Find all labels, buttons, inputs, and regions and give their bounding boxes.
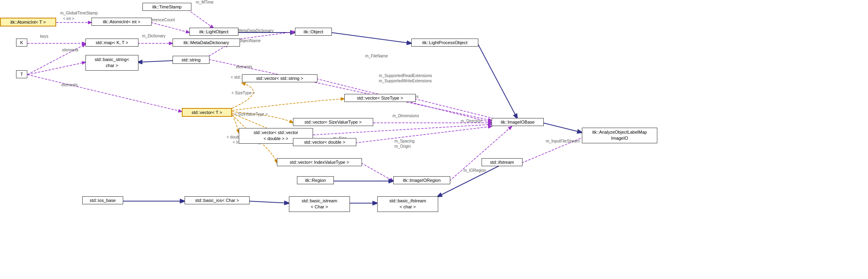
svg-line-7 (138, 61, 173, 62)
svg-line-27 (27, 62, 85, 75)
svg-text:m_Origin: m_Origin (394, 144, 411, 149)
node-label: std::vector< std::string > (256, 76, 303, 81)
svg-text:m_IORegion: m_IORegion (463, 168, 486, 173)
node-atomicint-int: itk::AtomicInt< int > (91, 18, 152, 26)
node-label: std::basic_string<char > (95, 57, 129, 68)
node-label: std::basic_ios< Char > (195, 198, 239, 203)
node-timestamp: itk::TimeStamp (142, 3, 191, 11)
node-label: itk::ImageIORegion (403, 178, 441, 183)
node-stdbasicifstream: std::basic_ifstream< char > (377, 196, 438, 212)
svg-text:m_InputFileStream: m_InputFileStream (546, 139, 579, 143)
svg-line-17 (361, 163, 393, 181)
svg-text:< SizeType >: < SizeType > (232, 91, 255, 95)
node-k: K (16, 39, 27, 47)
node-label: itk::AnalyzeObjectLabelMapImageIO (592, 130, 647, 141)
svg-text:elements: elements (62, 48, 79, 52)
svg-line-28 (27, 44, 85, 75)
node-label: itk::Object (304, 29, 323, 34)
node-label: itk::AtomicInt< int > (103, 19, 140, 24)
svg-text:m_Dictionary: m_Dictionary (142, 34, 165, 38)
node-stdvectorsizevaluetype: std::vector< SizeValueType > (293, 118, 373, 126)
node-label: std::vector< SizeValueType > (305, 120, 362, 124)
node-itkregion: itk::Region (297, 176, 334, 184)
node-stdvectorindexvaluetype: std::vector< IndexValueType > (277, 158, 362, 166)
svg-text:m_Direction: m_Direction (461, 119, 482, 123)
node-stdifstream: std::ifstream (482, 158, 522, 166)
node-stdvectordouble: std::vector< double > (293, 138, 356, 146)
svg-line-15 (355, 126, 492, 143)
svg-text:m_FileName: m_FileName (365, 54, 388, 58)
node-label: std::ios_base (90, 198, 116, 203)
svg-text:< int >: < int > (63, 16, 74, 21)
node-label: std::vector< SizeType > (357, 96, 403, 100)
svg-line-20 (209, 59, 492, 120)
svg-text:elements: elements (236, 65, 252, 69)
node-stdbasicios: std::basic_ios< Char > (185, 196, 250, 204)
node-itkimageiobase: itk::ImageIOBase (492, 118, 544, 126)
svg-line-19 (449, 126, 512, 181)
node-label: itk::AtomicInt< T > (10, 20, 46, 24)
node-stdmap: std::map< K, T > (85, 39, 138, 47)
node-stdbasicistream: std::basic_istream< Char > (289, 196, 350, 212)
svg-text:m_MTime: m_MTime (196, 0, 214, 4)
node-label: std::basic_ifstream< char > (389, 198, 426, 209)
node-atomicint-t: itk::AtomicInt< T > (0, 18, 56, 26)
node-object: itk::Object (295, 28, 332, 36)
svg-text:m_GlobalTimeStamp: m_GlobalTimeStamp (60, 11, 98, 15)
node-label: K (20, 40, 23, 45)
svg-text:elements: elements (61, 83, 78, 87)
svg-text:< SizeValueType >: < SizeValueType > (234, 112, 268, 116)
node-metadatadict: itk::MetaDataDictionary (173, 39, 240, 47)
svg-line-10 (478, 43, 517, 118)
node-stdvectorsizetype: std::vector< SizeType > (344, 94, 416, 102)
svg-text:keys: keys (40, 34, 49, 39)
node-lightprocessobject: itk::LightProcessObject (411, 39, 478, 47)
node-stdbasicstring: std::basic_string<char > (85, 55, 138, 71)
node-t: T (16, 70, 27, 78)
node-label: itk::LightObject (199, 29, 229, 34)
diagram-container: m_GlobalTimeStamp < int > m_MTime m_Refe… (0, 0, 868, 279)
svg-text:m_MetaDataDictionary_: m_MetaDataDictionary_ (233, 29, 276, 33)
node-label: std::vector< T > (191, 110, 222, 115)
node-lightobject: itk::LightObject (189, 28, 238, 36)
svg-line-11 (543, 123, 582, 132)
node-label: std::vector< std::vector< double > > (254, 130, 298, 141)
svg-line-24 (249, 201, 289, 203)
node-label: itk::ImageIOBase (501, 120, 535, 124)
node-label: std::basic_istream< Char > (302, 198, 337, 209)
svg-text:m_SupportedReadExtensions: m_SupportedReadExtensions (379, 73, 432, 78)
node-stdvectort: std::vector< T > (182, 108, 232, 117)
node-label: itk::LightProcessObject (422, 40, 468, 45)
node-label: std::map< K, T > (96, 40, 128, 45)
svg-line-1 (151, 22, 189, 33)
node-label: itk::MetaDataDictionary (183, 40, 229, 45)
node-itkimageioregion: itk::ImageIORegion (393, 176, 450, 184)
node-stdiosbase: std::ios_base (82, 196, 123, 204)
node-label: std::string (181, 57, 201, 62)
node-stdstring: std::string (173, 56, 209, 64)
svg-line-13 (415, 99, 502, 120)
node-label: std::vector< IndexValueType > (290, 160, 349, 165)
node-label: T (20, 72, 23, 77)
node-stdvectorstdstring: std::vector< std::string > (242, 74, 317, 82)
node-label: itk::Region (305, 178, 326, 183)
svg-text:m_Dimensions: m_Dimensions (392, 114, 419, 118)
node-label: std::vector< double > (304, 140, 346, 145)
svg-line-2 (191, 12, 213, 28)
svg-text:m_Spacing: m_Spacing (394, 139, 415, 143)
svg-text:m_SupportedWriteExtensions: m_SupportedWriteExtensions (379, 79, 432, 83)
svg-line-21 (522, 134, 590, 163)
node-label: std::ifstream (490, 160, 514, 165)
node-label: itk::TimeStamp (152, 4, 182, 9)
node-analyzeobjectlabelmap: itk::AnalyzeObjectLabelMapImageIO (582, 128, 657, 143)
svg-line-26 (27, 75, 182, 112)
svg-line-6 (240, 32, 295, 39)
svg-line-9 (331, 33, 411, 43)
